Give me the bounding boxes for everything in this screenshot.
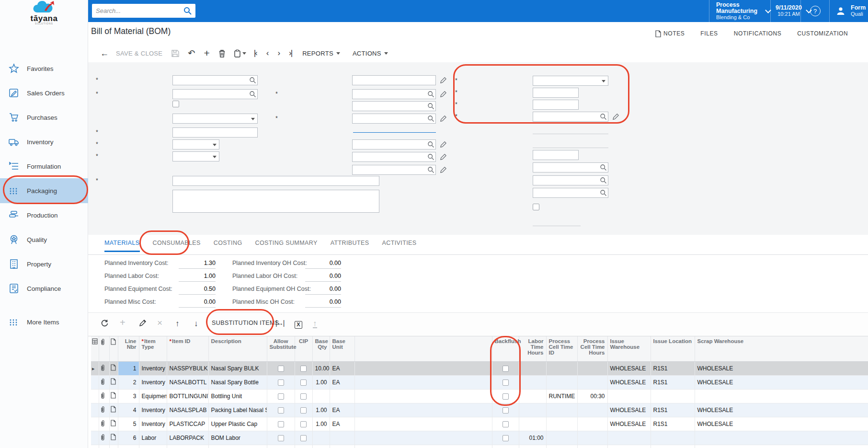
move-row-down-button[interactable]: ↓ — [194, 319, 198, 329]
formula-revision-input[interactable] — [352, 101, 436, 111]
cip-checkbox[interactable] — [300, 407, 307, 414]
cell-backflush[interactable] — [492, 361, 519, 375]
lookup-magnifier-icon[interactable] — [600, 113, 607, 120]
cell-cip[interactable] — [295, 417, 312, 431]
paperclip-icon[interactable] — [100, 406, 105, 413]
hold-checkbox[interactable] — [172, 101, 179, 107]
user-menu[interactable]: Form Quali — [829, 0, 868, 22]
column-header-scrap-warehouse[interactable]: Scrap Warehouse — [695, 336, 868, 361]
next-record-button[interactable]: › — [277, 48, 279, 58]
lookup-magnifier-icon[interactable] — [600, 189, 607, 196]
cell-allow-substitute[interactable] — [267, 403, 295, 417]
brand-logo[interactable]: tāyana SOLUTIONS — [0, 1, 88, 25]
formula-id-input[interactable] — [352, 89, 436, 99]
sidebar-item-quality[interactable]: Quality — [0, 227, 88, 252]
edit-pencil-icon[interactable] — [440, 166, 447, 173]
cip-checkbox[interactable] — [300, 393, 307, 400]
lookup-magnifier-icon[interactable] — [600, 164, 607, 171]
edit-pencil-icon[interactable] — [440, 153, 447, 161]
column-header-process-cell-time-hours[interactable]: Process Cell Time Hours — [577, 336, 607, 361]
eff-start-date-input[interactable] — [172, 139, 219, 149]
inventory-id-input[interactable] — [352, 75, 436, 85]
undo-button[interactable]: ↶ — [188, 48, 195, 58]
backflush-checkbox[interactable] — [503, 393, 509, 400]
cell-cip[interactable] — [295, 375, 312, 389]
column-header-process-cell-time-id[interactable]: Process Cell Time ID — [546, 336, 577, 361]
edit-pencil-icon[interactable] — [612, 113, 619, 120]
column-header-allow-substitute[interactable]: Allow Substitute — [267, 336, 295, 361]
move-row-up-button[interactable]: ↑ — [175, 319, 180, 329]
cip-checkbox[interactable] — [300, 435, 307, 441]
edit-pencil-icon[interactable] — [440, 166, 447, 173]
fit-to-screen-icon[interactable]: |↔| — [275, 319, 284, 327]
product-manager-input[interactable] — [533, 162, 608, 172]
refresh-button[interactable] — [101, 319, 109, 327]
grid-row-2[interactable]: ▸2InventoryNASALBOTTLNasal Spary Bottle1… — [91, 375, 868, 389]
bom-revision-id-input[interactable] — [172, 89, 258, 99]
column-header-base-unit[interactable]: Base Unit — [330, 336, 354, 361]
sidebar-item-compliance[interactable]: Compliance — [0, 276, 88, 301]
lookup-magnifier-icon[interactable] — [427, 91, 434, 98]
note-icon[interactable] — [111, 406, 116, 413]
cell-allow-substitute[interactable] — [267, 389, 295, 403]
column-header-backflush[interactable]: Backflush — [492, 336, 519, 361]
cell-backflush[interactable] — [492, 431, 519, 445]
cip-checkbox[interactable] — [300, 421, 307, 427]
lookup-magnifier-icon[interactable] — [249, 91, 256, 98]
note-icon[interactable] — [111, 420, 116, 426]
column-header-item-type[interactable]: *Item Type — [139, 336, 167, 361]
column-header-base-qty[interactable]: Base Qty — [312, 336, 330, 361]
grid-row-1[interactable]: ▸1InventoryNASSPYBULKNasal Spary BULK10.… — [91, 361, 868, 375]
note-icon[interactable] — [111, 364, 116, 371]
eff-end-date-input[interactable] — [172, 151, 219, 161]
product-workgroup-input[interactable] — [533, 175, 608, 185]
cell-allow-substitute[interactable] — [267, 431, 295, 445]
note-icon[interactable] — [111, 338, 116, 345]
dropdown-caret-icon[interactable] — [602, 80, 605, 82]
tab-materials[interactable]: MATERIALS — [104, 240, 140, 252]
backflush-checkbox[interactable] — [503, 421, 509, 427]
save-and-close-button[interactable]: SAVE & CLOSE — [116, 50, 162, 57]
cell-cip[interactable] — [295, 389, 312, 403]
cell-backflush[interactable] — [492, 417, 519, 431]
reports-menu[interactable]: REPORTS — [302, 50, 340, 57]
sidebar-item-packaging[interactable]: Packaging — [0, 178, 88, 203]
bom-id-input[interactable] — [172, 75, 258, 85]
allow-substitute-checkbox[interactable] — [278, 435, 284, 441]
tab-activities[interactable]: ACTIVITIES — [382, 240, 417, 252]
help-button[interactable]: ? — [800, 0, 829, 22]
paperclip-icon[interactable] — [100, 434, 105, 441]
grid-row-4[interactable]: ▸4InventoryNASALSPLABPacking Label Nasal… — [91, 403, 868, 417]
bom-class-input[interactable] — [352, 114, 436, 124]
revision-reason-input[interactable] — [172, 127, 258, 138]
back-button[interactable]: ← — [99, 48, 110, 58]
allow-substitute-checkbox[interactable] — [278, 379, 284, 386]
edit-pencil-icon[interactable] — [440, 141, 447, 148]
cip-checkbox[interactable] — [300, 366, 307, 372]
edit-pencil-icon[interactable] — [440, 153, 447, 161]
edit-pencil-icon[interactable] — [440, 115, 447, 122]
column-header-line-nbr[interactable]: Line Nbr — [118, 336, 139, 361]
backflush-checkbox[interactable] — [503, 435, 509, 441]
dropdown-caret-icon[interactable] — [213, 156, 217, 158]
customization-link[interactable]: CUSTOMIZATION — [797, 30, 848, 37]
backflush-checkbox[interactable] — [503, 379, 509, 386]
column-header-labor-time-hours[interactable]: Labor Time Hours — [519, 336, 546, 361]
tab-costing-summary[interactable]: COSTING SUMMARY — [255, 240, 318, 252]
column-header-issue-warehouse[interactable]: Issue Warehouse — [607, 336, 651, 361]
fill-level-input[interactable] — [533, 100, 579, 110]
note-icon[interactable] — [111, 392, 116, 399]
edit-pencil-icon[interactable] — [440, 91, 447, 98]
business-date-selector[interactable]: 9/11/2020 10:21 AM — [770, 0, 800, 22]
delete-record-button[interactable] — [218, 49, 226, 57]
column-header-item-id[interactable]: *Item ID — [167, 336, 208, 361]
files-link[interactable]: FILES — [700, 30, 718, 37]
cell-cip[interactable] — [295, 431, 312, 445]
default-warehouse-input[interactable] — [352, 139, 436, 149]
cell-backflush[interactable] — [492, 389, 519, 403]
grid-add-row-button[interactable]: + — [120, 317, 126, 328]
lookup-magnifier-icon[interactable] — [427, 141, 434, 148]
notes-link[interactable]: NOTES — [655, 30, 685, 37]
grid-settings-icon[interactable] — [92, 338, 98, 345]
sidebar-item-production[interactable]: Production — [0, 203, 88, 228]
